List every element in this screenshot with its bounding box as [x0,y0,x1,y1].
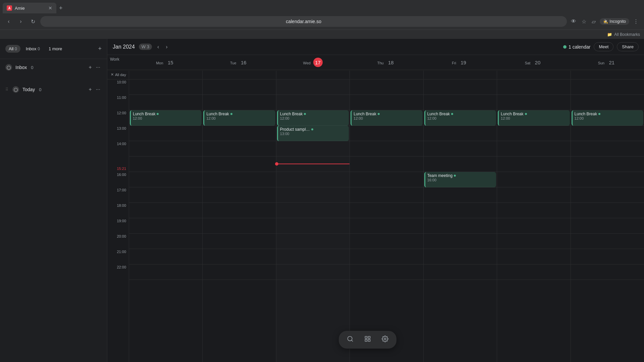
hour-sun-11 [571,95,644,110]
inbox-more-button[interactable]: ··· [95,64,102,71]
search-toolbar-button[interactable] [345,334,355,345]
browser-tab[interactable]: A Amie ✕ [3,3,56,13]
day-column-tue[interactable]: Lunch Break 12:00 [202,79,276,362]
hour-tue-20 [203,234,276,249]
menu-icon[interactable]: ⋮ [632,17,640,26]
today-count: 0 [39,87,41,92]
layout-toolbar-button[interactable] [363,334,372,345]
event-mon-lunch[interactable]: Lunch Break 12:00 [130,110,202,126]
event-tue-lunch[interactable]: Lunch Break 12:00 [203,110,275,126]
allday-cell-sun[interactable] [571,71,644,79]
tab-title: Amie [15,6,46,11]
new-tab-button[interactable]: + [58,3,64,13]
hour-mon-21 [129,249,202,264]
sidebar-add-button[interactable]: + [98,45,102,52]
prev-week-button[interactable]: ‹ [156,43,160,51]
incognito-icon: 🕵 [603,19,608,24]
hour-sat-20 [497,234,570,249]
settings-toolbar-button[interactable] [380,334,390,345]
day-header-thu[interactable]: Thu 18 [350,55,423,70]
url-display: calendar.amie.so [286,19,321,24]
share-button[interactable]: Share [617,42,639,51]
hour-mon-20 [129,234,202,249]
event-dot [598,113,600,115]
hour-mon-10 [129,79,202,95]
next-week-button[interactable]: › [164,43,169,51]
allday-cell-tue[interactable] [202,71,276,79]
hour-thu-20 [350,234,423,249]
tab-inbox-label: Inbox [26,46,37,51]
tab-close-button[interactable]: ✕ [48,5,52,11]
incognito-label: Incognito [609,19,626,24]
meet-button[interactable]: Meet [594,42,613,51]
day-name-fri: Fri [452,61,456,65]
hour-tue-16 [203,172,276,187]
event-title: Lunch Break [280,112,347,116]
inbox-add-button[interactable]: + [87,64,93,71]
back-button[interactable]: ‹ [4,17,13,26]
hour-wed-22 [276,264,350,280]
today-actions: + ··· [87,86,102,93]
close-allday-icon[interactable]: ✕ [111,72,114,77]
address-bar[interactable]: calendar.amie.so [40,16,567,27]
svg-line-1 [352,340,353,342]
day-header-sun[interactable]: Sun 21 [571,55,644,70]
reload-button[interactable]: ↻ [28,17,38,26]
allday-cell-thu[interactable] [350,71,423,79]
hour-sun-18 [571,203,644,218]
day-column-mon[interactable]: Lunch Break 12:00 [129,79,202,362]
incognito-badge: 🕵 Incognito [600,18,629,25]
hour-sat-14 [497,141,570,157]
today-add-button[interactable]: + [87,86,93,93]
event-thu-lunch[interactable]: Lunch Break 12:00 [351,110,422,126]
hour-thu-18 [350,203,423,218]
sidebar-item-inbox[interactable]: ◯ Inbox 0 + ··· [0,62,107,73]
hour-thu-14 [350,141,423,157]
allday-cell-wed[interactable] [276,71,350,79]
day-column-sat[interactable]: Lunch Break 12:00 [497,79,570,362]
day-header-mon[interactable]: Mon 15 [129,55,202,70]
day-column-fri[interactable]: Lunch Break 12:00 Team meeting 16:00 [423,79,497,362]
event-wed-product[interactable]: Product sampl… 13:00 [277,126,349,141]
forward-button[interactable]: › [16,17,25,26]
day-header-wed[interactable]: Wed 17 [276,55,350,70]
event-sun-lunch[interactable]: Lunch Break 12:00 [572,110,643,126]
time-label-11: 11:00 [107,95,129,110]
allday-cell-sat[interactable] [497,71,570,79]
day-column-wed[interactable]: Lunch Break 12:00 Product sampl… 13:00 [276,79,350,362]
day-column-sun[interactable]: Lunch Break 12:00 [571,79,644,362]
week-badge: W 3 [139,44,152,50]
day-column-thu[interactable]: Lunch Break 12:00 [350,79,423,362]
sidebar-tab-more[interactable]: 1 more [45,45,65,53]
day-number-thu: 18 [386,58,395,67]
allday-label: ✕ All day [107,72,129,77]
event-time: 12:00 [354,116,420,120]
hour-sat-22 [497,264,570,280]
event-dot [230,113,232,115]
sidebar-divider [0,59,107,59]
day-header-tue[interactable]: Tue 16 [202,55,276,70]
hour-tue-19 [203,218,276,234]
allday-cell-mon[interactable] [129,71,202,79]
event-wed-lunch[interactable]: Lunch Break 12:00 [277,110,349,126]
day-number-tue: 16 [239,58,248,67]
bookmarks-label[interactable]: All Bookmarks [614,32,640,37]
hour-sun-10 [571,79,644,95]
hour-sat-17 [497,187,570,203]
sidebar-tab-all[interactable]: All 0 [5,45,20,53]
eye-slash-icon: 👁 [570,17,578,26]
allday-cell-fri[interactable] [423,71,497,79]
tab-all-label: All [9,46,13,51]
inbox-icon: ◯ [5,64,12,71]
star-icon[interactable]: ☆ [580,17,588,26]
event-fri-lunch[interactable]: Lunch Break 12:00 [424,110,496,126]
event-sat-lunch[interactable]: Lunch Break 12:00 [498,110,570,126]
today-more-button[interactable]: ··· [95,86,102,93]
day-header-sat[interactable]: Sat 20 [497,55,570,70]
sidebar-toggle-icon[interactable]: ▱ [590,17,597,26]
sidebar-item-today[interactable]: ◯ Today 0 + ··· [10,84,104,95]
day-header-fri[interactable]: Fri 19 [423,55,497,70]
event-fri-team[interactable]: Team meeting 16:00 [424,172,496,187]
sidebar-tab-inbox[interactable]: Inbox 0 [22,45,43,53]
hour-mon-22 [129,264,202,280]
